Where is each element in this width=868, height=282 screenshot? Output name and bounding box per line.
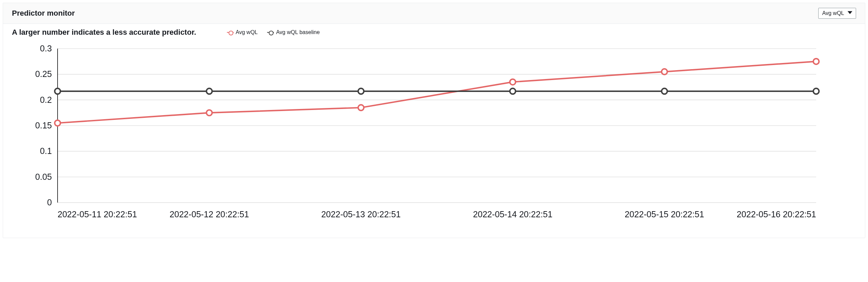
svg-text:2022-05-15 20:22:51: 2022-05-15 20:22:51 [625, 209, 704, 219]
panel-title: Predictor monitor [12, 9, 75, 18]
svg-point-31 [662, 88, 667, 94]
svg-text:2022-05-11 20:22:51: 2022-05-11 20:22:51 [58, 209, 137, 219]
legend-label-avg-wql: Avg wQL [236, 29, 258, 35]
svg-point-28 [206, 88, 212, 94]
svg-point-32 [813, 88, 819, 94]
svg-text:2022-05-16 20:22:51: 2022-05-16 20:22:51 [737, 209, 816, 219]
svg-text:2022-05-13 20:22:51: 2022-05-13 20:22:51 [321, 209, 401, 219]
svg-point-26 [813, 59, 819, 64]
legend-item-avg-wql: Avg wQL [227, 29, 258, 35]
legend-marker-dark [267, 32, 274, 33]
line-chart: 00.050.10.150.20.250.32022-05-11 20:22:5… [12, 43, 856, 225]
panel-header: Predictor monitor Avg wQL [3, 3, 865, 24]
svg-text:0.25: 0.25 [35, 69, 52, 79]
legend-item-baseline: Avg wQL baseline [267, 29, 320, 35]
svg-point-25 [662, 69, 667, 75]
metric-select-label: Avg wQL [822, 10, 844, 16]
metric-select-dropdown[interactable]: Avg wQL [818, 8, 856, 19]
svg-point-29 [358, 88, 364, 94]
svg-text:0.3: 0.3 [40, 44, 52, 53]
svg-text:0.1: 0.1 [40, 146, 52, 156]
svg-text:0.15: 0.15 [35, 121, 52, 130]
svg-text:0.05: 0.05 [35, 172, 52, 182]
caret-down-icon [848, 10, 852, 16]
svg-point-24 [510, 79, 516, 85]
subtitle-row: A larger number indicates a less accurat… [12, 28, 856, 37]
svg-point-27 [55, 88, 61, 94]
svg-point-23 [358, 105, 364, 111]
svg-point-21 [55, 120, 61, 126]
legend-label-baseline: Avg wQL baseline [276, 29, 320, 35]
legend-marker-red [227, 32, 234, 33]
svg-point-30 [510, 88, 516, 94]
predictor-monitor-panel: Predictor monitor Avg wQL A larger numbe… [3, 3, 865, 238]
panel-body: A larger number indicates a less accurat… [3, 24, 865, 238]
chart-area: 00.050.10.150.20.250.32022-05-11 20:22:5… [12, 43, 856, 225]
chart-subtitle: A larger number indicates a less accurat… [12, 28, 196, 37]
chart-legend: Avg wQL Avg wQL baseline [227, 29, 320, 35]
svg-text:0.2: 0.2 [40, 95, 52, 105]
svg-text:2022-05-14 20:22:51: 2022-05-14 20:22:51 [473, 209, 552, 219]
svg-text:0: 0 [47, 198, 52, 207]
svg-text:2022-05-12 20:22:51: 2022-05-12 20:22:51 [170, 209, 249, 219]
svg-point-22 [206, 110, 212, 116]
